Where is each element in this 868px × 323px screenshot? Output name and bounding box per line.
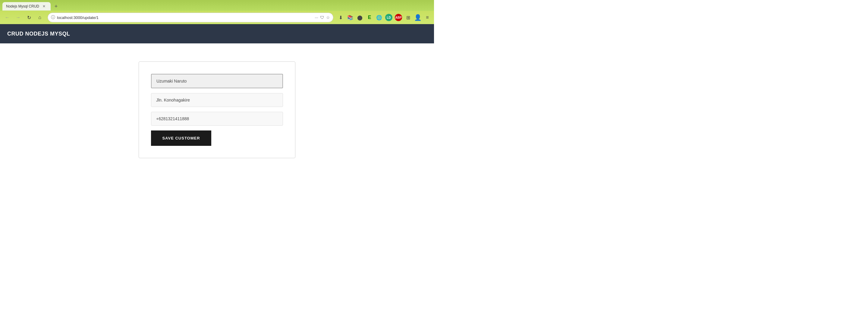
form-card: SAVE CUSTOMER [138,61,296,158]
main-content: SAVE CUSTOMER [0,43,434,176]
translate-icon[interactable]: 🌐 [375,13,383,22]
address-bar-wrapper[interactable]: ⓘ ··· 🛡 ☆ [48,13,333,22]
reload-icon: ↻ [27,15,31,21]
download-icon[interactable]: ⬇ [336,13,345,22]
circle-icon[interactable]: ⬤ [355,13,364,22]
abp-label: ABP [395,16,401,19]
forward-button[interactable]: → [13,13,23,22]
pocket-icon[interactable]: 🛡 [320,15,324,20]
address-input[interactable] [151,93,283,107]
back-button[interactable]: ← [2,13,12,22]
reload-button[interactable]: ↻ [24,13,34,22]
back-icon: ← [5,15,10,20]
browser-chrome: Nodejs Mysql CRUD ✕ + ← → ↻ ⌂ ⓘ ··· 🛡 ☆ [0,0,434,24]
forward-icon: → [16,15,21,20]
app-title: CRUD NODEJS MYSQL [7,31,70,37]
address-bar-input[interactable] [57,15,313,20]
ld-label: LD [387,16,391,19]
info-icon: ⓘ [51,15,55,20]
more-options-icon[interactable]: ··· [315,15,318,20]
library-icon[interactable]: 📚 [346,13,354,22]
bookmark-icon[interactable]: ☆ [326,15,330,20]
save-customer-button[interactable]: SAVE CUSTOMER [151,130,211,146]
new-tab-button[interactable]: + [52,2,60,10]
avatar-icon[interactable]: 👤 [413,13,422,22]
abp-badge[interactable]: ABP [394,13,403,22]
home-icon: ⌂ [38,15,41,20]
ld-badge[interactable]: LD [384,13,393,22]
evernote-icon[interactable]: E [365,13,374,22]
tab-title: Nodejs Mysql CRUD [6,4,39,8]
app-header: CRUD NODEJS MYSQL [0,24,434,43]
tab-close-button[interactable]: ✕ [41,4,46,9]
browser-toolbar: ← → ↻ ⌂ ⓘ ··· 🛡 ☆ ⬇ 📚 ⬤ E 🌐 [0,11,434,24]
tab-bar: Nodejs Mysql CRUD ✕ + [0,0,434,11]
menu-icon[interactable]: ≡ [423,13,432,22]
address-bar-actions: ··· 🛡 ☆ [315,15,330,20]
name-input[interactable] [151,74,283,88]
toolbar-right: ⬇ 📚 ⬤ E 🌐 LD ABP ⊞ 👤 ≡ [336,13,432,22]
phone-input[interactable] [151,112,283,126]
grid-icon[interactable]: ⊞ [404,13,412,22]
browser-tab[interactable]: Nodejs Mysql CRUD ✕ [2,2,51,10]
home-button[interactable]: ⌂ [35,13,44,22]
